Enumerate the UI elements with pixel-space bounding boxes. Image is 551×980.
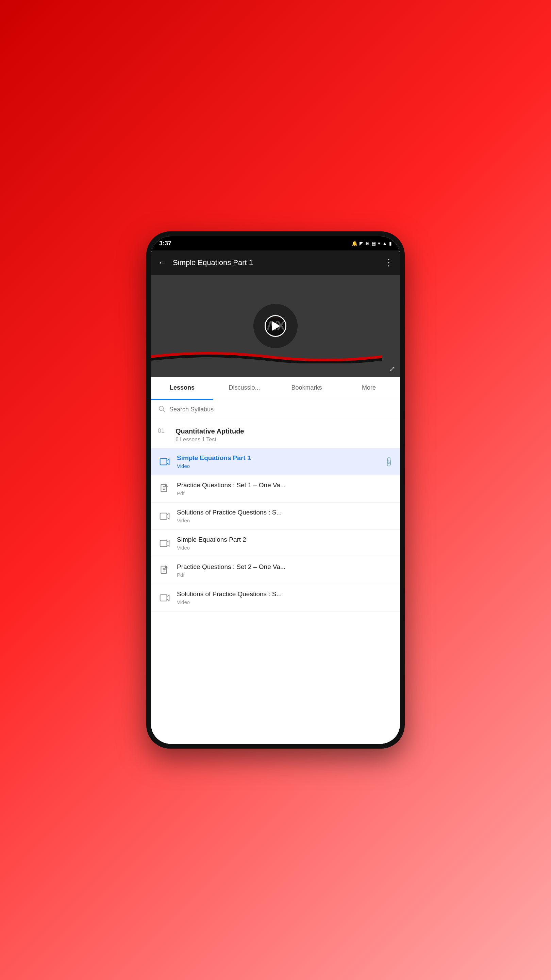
- lesson-title: Solutions of Practice Questions : S...: [177, 509, 393, 516]
- video-icon: [158, 509, 171, 523]
- attachment-icon: 📎: [383, 456, 395, 468]
- video-icon: [158, 455, 171, 469]
- lesson-item[interactable]: Simple Equations Part 2 Video: [151, 530, 400, 557]
- lesson-title: Simple Equations Part 2: [177, 536, 393, 543]
- lesson-item[interactable]: Solutions of Practice Questions : S... V…: [151, 584, 400, 611]
- overflow-menu-button[interactable]: ⋮: [384, 258, 393, 268]
- lesson-type: Pdf: [177, 572, 393, 578]
- tabs-bar: Lessons Discussio... Bookmarks More: [151, 377, 400, 400]
- lesson-info: Solutions of Practice Questions : S... V…: [177, 590, 393, 605]
- svg-rect-7: [160, 595, 167, 601]
- search-icon: [158, 405, 165, 414]
- section-header: 01 Quantitative Aptitude 6 Lessons 1 Tes…: [151, 419, 400, 448]
- video-player[interactable]: Λ/X — ⤢: [151, 275, 400, 377]
- lesson-item[interactable]: Practice Questions : Set 2 – One Va... P…: [151, 557, 400, 584]
- tab-lessons[interactable]: Lessons: [151, 377, 213, 400]
- svg-rect-5: [160, 540, 167, 546]
- lesson-item[interactable]: Simple Equations Part 1 Video 📎: [151, 448, 400, 476]
- back-button[interactable]: ←: [158, 257, 167, 268]
- tab-bookmarks[interactable]: Bookmarks: [275, 377, 338, 400]
- lesson-info: Solutions of Practice Questions : S... V…: [177, 509, 393, 523]
- status-bar: 3:37 🔔 ◤ ⊕ ▦ ▾ ▲ ▮: [151, 236, 400, 250]
- section-meta: 6 Lessons 1 Test: [176, 437, 244, 443]
- battery-icon: ▮: [389, 240, 392, 246]
- lesson-type: Video: [177, 517, 393, 523]
- search-input[interactable]: [169, 406, 393, 413]
- svg-rect-2: [160, 458, 167, 465]
- video-waves: [151, 347, 382, 363]
- section-info: Quantitative Aptitude 6 Lessons 1 Test: [176, 427, 244, 443]
- video-icon: [158, 537, 171, 550]
- lesson-type: Video: [177, 545, 393, 550]
- status-time: 3:37: [159, 240, 171, 247]
- cast-icon: ⊕: [365, 240, 369, 246]
- lesson-type: Video: [177, 463, 379, 469]
- signal-icon: ▲: [382, 240, 387, 246]
- lesson-item[interactable]: Solutions of Practice Questions : S... V…: [151, 503, 400, 530]
- video-icon: [158, 591, 171, 605]
- location-icon: ◤: [359, 240, 363, 246]
- vibrate-icon: ▦: [372, 240, 376, 246]
- lessons-list: 01 Quantitative Aptitude 6 Lessons 1 Tes…: [151, 419, 400, 744]
- tab-more[interactable]: More: [338, 377, 400, 400]
- lesson-title: Practice Questions : Set 2 – One Va...: [177, 563, 393, 571]
- lesson-info: Simple Equations Part 2 Video: [177, 536, 393, 550]
- notification-icon: 🔔: [352, 240, 357, 246]
- page-title: Simple Equations Part 1: [173, 258, 379, 267]
- pdf-icon: [158, 482, 171, 496]
- section-number: 01: [158, 427, 170, 434]
- lesson-title: Practice Questions : Set 1 – One Va...: [177, 482, 393, 489]
- pdf-icon: [158, 564, 171, 578]
- lesson-type: Video: [177, 599, 393, 605]
- svg-line-1: [163, 410, 165, 412]
- fullscreen-icon[interactable]: ⤢: [389, 365, 395, 374]
- wifi-icon: ▾: [378, 240, 380, 246]
- tab-discussion[interactable]: Discussio...: [213, 377, 275, 400]
- svg-rect-4: [160, 513, 167, 519]
- lesson-type: Pdf: [177, 490, 393, 496]
- search-box: [158, 405, 393, 414]
- section-title: Quantitative Aptitude: [176, 427, 244, 435]
- lesson-item[interactable]: Practice Questions : Set 1 – One Va... P…: [151, 476, 400, 503]
- status-icons: 🔔 ◤ ⊕ ▦ ▾ ▲ ▮: [352, 240, 392, 246]
- lesson-title: Simple Equations Part 1: [177, 454, 379, 462]
- phone-frame: 3:37 🔔 ◤ ⊕ ▦ ▾ ▲ ▮ ← Simple Equations Pa…: [146, 231, 405, 749]
- top-nav: ← Simple Equations Part 1 ⋮: [151, 250, 400, 275]
- lesson-info: Practice Questions : Set 1 – One Va... P…: [177, 482, 393, 496]
- lesson-info: Practice Questions : Set 2 – One Va... P…: [177, 563, 393, 578]
- lesson-title: Solutions of Practice Questions : S...: [177, 590, 393, 598]
- search-container: [151, 400, 400, 419]
- play-triangle-icon: [272, 321, 280, 331]
- phone-screen: 3:37 🔔 ◤ ⊕ ▦ ▾ ▲ ▮ ← Simple Equations Pa…: [151, 236, 400, 744]
- lesson-info: Simple Equations Part 1 Video: [177, 454, 379, 469]
- svg-point-0: [159, 406, 164, 411]
- play-button[interactable]: [265, 315, 286, 337]
